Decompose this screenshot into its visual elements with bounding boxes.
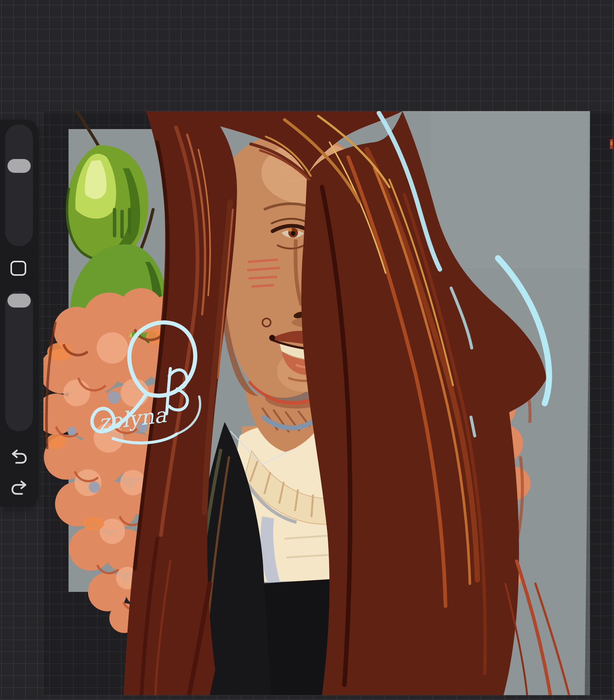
right-edge-paint-sliver bbox=[610, 139, 613, 149]
brush-size-slider[interactable] bbox=[5, 124, 33, 246]
undo-arrow-icon bbox=[11, 449, 27, 465]
modify-button[interactable] bbox=[10, 261, 26, 276]
app-workspace: { "app": { "type": "digital-painting-wor… bbox=[0, 0, 614, 700]
tool-sidebar bbox=[0, 120, 39, 506]
drawing-canvas[interactable]: zolyna bbox=[43, 111, 613, 695]
redo-button[interactable] bbox=[11, 480, 27, 496]
artwork-painting: zolyna bbox=[43, 111, 613, 695]
opacity-slider[interactable] bbox=[5, 291, 33, 431]
brush-size-slider-handle[interactable] bbox=[7, 159, 31, 173]
undo-button[interactable] bbox=[11, 449, 27, 465]
redo-arrow-icon bbox=[11, 480, 27, 496]
opacity-slider-handle[interactable] bbox=[7, 294, 31, 308]
